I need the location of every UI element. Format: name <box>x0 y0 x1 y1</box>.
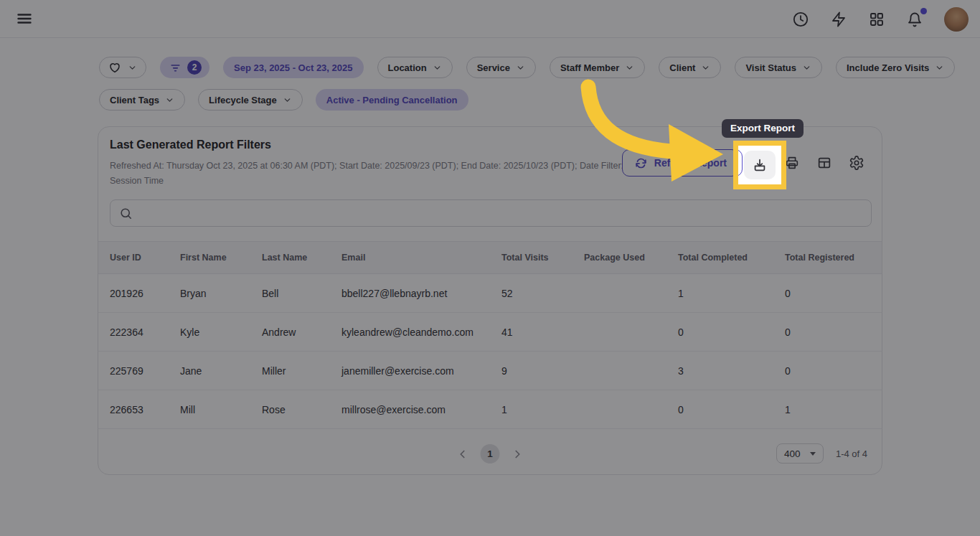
spotlight-inner <box>738 146 781 184</box>
tour-spotlight-highlight <box>733 141 786 189</box>
export-download-button-highlighted[interactable] <box>744 151 776 179</box>
export-report-tooltip: Export Report <box>722 119 804 138</box>
dim-overlay <box>0 0 980 536</box>
refresh-button-corner-fragment <box>738 149 743 177</box>
download-icon <box>752 157 768 173</box>
